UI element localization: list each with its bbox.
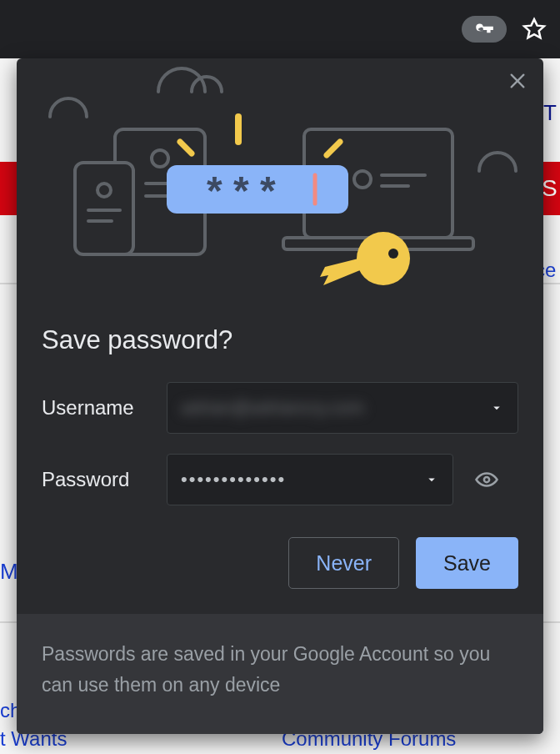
dialog-title: Save password?: [42, 325, 518, 355]
password-manager-indicator[interactable]: [462, 16, 507, 43]
password-dropdown-chevron: [424, 472, 439, 487]
svg-point-21: [388, 249, 398, 259]
svg-point-20: [357, 232, 410, 285]
username-dropdown-chevron: [489, 400, 504, 415]
reveal-password-button[interactable]: [470, 467, 503, 492]
never-button[interactable]: Never: [288, 537, 399, 589]
browser-toolbar: [0, 0, 560, 58]
username-select[interactable]: adrian@adriancry.com: [167, 382, 518, 434]
close-button[interactable]: [503, 67, 532, 95]
save-password-dialog: * * * Save password? Username adrian@adr…: [17, 58, 543, 734]
bg-link-ch: ch: [0, 699, 18, 722]
save-button[interactable]: Save: [416, 537, 518, 589]
svg-point-11: [354, 171, 371, 188]
dialog-actions: Never Save: [42, 537, 518, 589]
close-icon: [508, 72, 527, 90]
dialog-body: Save password? Username adrian@adriancry…: [17, 292, 543, 614]
username-row: Username adrian@adriancry.com: [42, 382, 518, 434]
svg-text:* * *: * * *: [207, 168, 276, 213]
svg-line-15: [180, 142, 192, 153]
svg-point-24: [484, 477, 489, 482]
password-row: Password •••••••••••••: [42, 454, 518, 505]
bookmark-star-button[interactable]: [522, 17, 547, 42]
eye-icon: [474, 467, 499, 492]
bg-text-t: T: [543, 100, 560, 126]
chevron-down-icon: [489, 400, 504, 415]
password-label: Password: [42, 468, 150, 491]
svg-point-2: [152, 150, 168, 167]
chevron-down-icon: [424, 472, 439, 487]
star-icon: [522, 17, 547, 42]
username-label: Username: [42, 396, 150, 420]
password-value: •••••••••••••: [181, 469, 286, 490]
username-value: adrian@adriancry.com: [181, 397, 364, 419]
illustration-svg: * * *: [17, 58, 543, 292]
key-icon: [473, 18, 495, 40]
password-select[interactable]: •••••••••••••: [167, 454, 453, 505]
svg-line-16: [327, 142, 340, 155]
dialog-footer: Passwords are saved in your Google Accou…: [17, 614, 543, 734]
svg-point-0: [478, 28, 481, 30]
bg-link-m: M: [0, 559, 15, 585]
dialog-illustration: * * *: [17, 58, 543, 292]
